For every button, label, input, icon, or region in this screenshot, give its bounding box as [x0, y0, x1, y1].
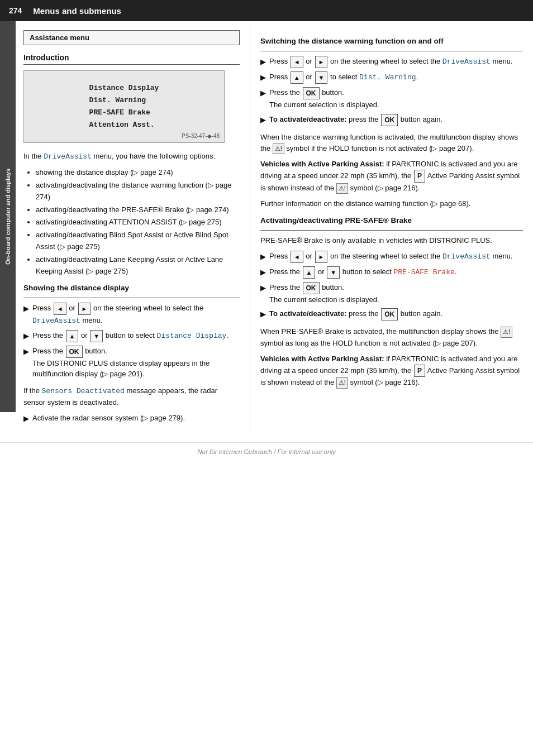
btn-ok: OK — [381, 114, 398, 126]
left-column: Assistance menu Introduction Distance Di… — [16, 21, 250, 437]
image-line-2: Dist. Warning — [89, 94, 159, 107]
presafe-steps: ▶ Press ◄ or ► on the steering wheel to … — [260, 251, 523, 321]
intro-body: In the DriveAssist menu, you have the fo… — [23, 151, 240, 162]
radar-step-text: Activate the radar sensor system (▷ page… — [32, 413, 240, 424]
arrow-bullet: ▶ — [260, 114, 266, 126]
btn-ok: OK — [303, 282, 320, 294]
btn-up: ▲ — [66, 330, 79, 342]
arrow-bullet: ▶ — [23, 346, 29, 357]
presafe-vehicles-label: Vehicles with Active Parking Assist: — [260, 355, 384, 363]
btn-right: ► — [315, 251, 328, 263]
btn-ok: OK — [66, 346, 83, 358]
drive-assist-label: DriveAssist — [442, 252, 491, 261]
step-text: Press the OK button. The DISTRONIC PLUS … — [32, 346, 240, 380]
arrow-bullet: ▶ — [260, 309, 266, 320]
step-text: To activate/deactivate: press the OK but… — [269, 114, 523, 126]
further-info: Further information on the distance warn… — [260, 198, 523, 209]
step-item: ▶ Press ◄ or ► on the steering wheel to … — [260, 56, 523, 68]
btn-left: ◄ — [291, 56, 303, 68]
drive-assist-label: DriveAssist — [442, 58, 491, 66]
step-item: ▶ To activate/deactivate: press the OK b… — [260, 114, 523, 126]
step-text: Press ◄ or ► on the steering wheel to se… — [269, 56, 523, 68]
arrow-bullet: ▶ — [260, 72, 266, 83]
image-line-4: Attention Asst. — [89, 119, 159, 131]
btn-up: ▲ — [291, 71, 303, 84]
distance-note: When the distance warning function is ac… — [260, 132, 523, 154]
vehicles-bold-label: Vehicles with Active Parking Assist: — [260, 160, 384, 168]
btn-down: ▼ — [315, 71, 328, 84]
ps-label: PS-32-47-◆-48 — [182, 133, 220, 139]
showing-steps: ▶ Press ◄ or ► on the steering wheel to … — [23, 303, 240, 380]
drive-assist-label: DriveAssist — [32, 317, 80, 325]
page-header: 274 Menus and submenus — [0, 0, 533, 21]
drive-assist-ref: DriveAssist — [44, 152, 92, 161]
arrow-bullet: ▶ — [260, 88, 266, 99]
list-item: activating/deactivating Blind Spot Assis… — [36, 229, 240, 253]
parking-btn: P — [414, 170, 425, 183]
activate-deactivate-label: To activate/deactivate: — [269, 115, 346, 123]
btn-ok-2: OK — [381, 308, 398, 320]
step-text: To activate/deactivate: press the OK but… — [269, 308, 523, 320]
arrow-bullet: ▶ — [260, 267, 266, 278]
list-item: activating/deactivating the distance war… — [36, 180, 240, 203]
list-item: activating/deactivating the PRE-SAFE® Br… — [36, 204, 240, 216]
list-item: showing the distance display (▷ page 274… — [36, 167, 240, 179]
step-item: ▶ Press the OK button. The current selec… — [260, 282, 523, 305]
side-tab: On-board computer and displays — [0, 21, 16, 412]
step-text: Press the ▲ or ▼ button to select PRE-SA… — [269, 266, 523, 279]
page-number: 274 — [9, 6, 22, 15]
image-line-1: Distance Display — [89, 82, 159, 94]
intro-image-text: Distance Display Dist. Warning PRE-SAFE … — [78, 76, 170, 137]
section-box: Assistance menu — [23, 30, 240, 45]
step-text: Press ◄ or ► on the steering wheel to se… — [32, 303, 240, 327]
step-item: ▶ To activate/deactivate: press the OK b… — [260, 308, 523, 320]
sensors-message: If the Sensors Deactivated message appea… — [23, 385, 240, 408]
vehicles-active-parking: Vehicles with Active Parking Assist: if … — [260, 159, 523, 194]
warning-symbol: ⚠! — [273, 143, 284, 154]
list-item: activating/deactivating Lane Keeping Ass… — [36, 254, 240, 277]
arrow-bullet: ▶ — [23, 303, 29, 314]
presafe-heading: Activating/deactivating PRE-SAFE® Brake — [260, 216, 523, 224]
step-text: Press the OK button. The current selecti… — [269, 87, 523, 111]
right-column: Switching the distance warning function … — [250, 21, 533, 437]
step-item: ▶ Press the OK button. The current selec… — [260, 87, 523, 111]
page-title: Menus and submenus — [33, 6, 121, 16]
presafe-note2: When PRE-SAFE® Brake is activated, the m… — [260, 326, 523, 348]
btn-right: ► — [78, 303, 91, 315]
divider — [260, 51, 523, 51]
showing-heading: Showing the distance display — [23, 284, 240, 292]
step-item: ▶ Press the OK button. The DISTRONIC PLU… — [23, 346, 240, 380]
btn-up: ▲ — [303, 266, 316, 279]
step-item: ▶ Press ◄ or ► on the steering wheel to … — [23, 303, 240, 327]
activate-deactivate-label-2: To activate/deactivate: — [269, 310, 346, 318]
btn-ok: OK — [303, 87, 320, 99]
step-text: Press the ▲ or ▼ button to select Distan… — [32, 330, 240, 342]
introduction-heading: Introduction — [23, 53, 240, 65]
warning-symbol-4: ⚠! — [336, 377, 348, 388]
arrow-bullet: ▶ — [260, 251, 266, 262]
btn-down: ▼ — [90, 330, 103, 342]
presafe-note: PRE-SAFE® Brake is only available in veh… — [260, 235, 523, 246]
step-text: Press ◄ or ► on the steering wheel to se… — [269, 251, 523, 263]
dist-warning-label: Dist. Warning — [359, 73, 416, 82]
step-item: ▶ Press ▲ or ▼ to select Dist. Warning. — [260, 71, 523, 84]
arrow-bullet: ▶ — [260, 283, 266, 294]
presafe-brake-label: PRE-SAFE Brake — [394, 268, 455, 276]
divider-presafe — [260, 230, 523, 231]
intro-image: Distance Display Dist. Warning PRE-SAFE … — [23, 70, 225, 143]
step-item: ▶ Press ◄ or ► on the steering wheel to … — [260, 251, 523, 263]
btn-left: ◄ — [291, 251, 303, 263]
arrow-bullet: ▶ — [23, 331, 29, 342]
warning-symbol-3: ⚠! — [501, 327, 512, 337]
arrow-bullet: ▶ — [23, 413, 29, 424]
distance-warning-heading: Switching the distance warning function … — [260, 37, 523, 45]
parking-btn-2: P — [414, 365, 425, 377]
image-line-3: PRE-SAFE Brake — [89, 107, 159, 119]
menu-items-list: showing the distance display (▷ page 274… — [36, 167, 240, 277]
sensors-deactivated-label: Sensors Deactivated — [42, 387, 125, 395]
list-item: activating/deactivating ATTENTION ASSIST… — [36, 217, 240, 228]
section-divider — [23, 298, 240, 298]
presafe-vehicles: Vehicles with Active Parking Assist: if … — [260, 353, 523, 389]
radar-step: ▶ Activate the radar sensor system (▷ pa… — [23, 413, 240, 424]
distance-display-label: Distance Display — [157, 332, 227, 340]
